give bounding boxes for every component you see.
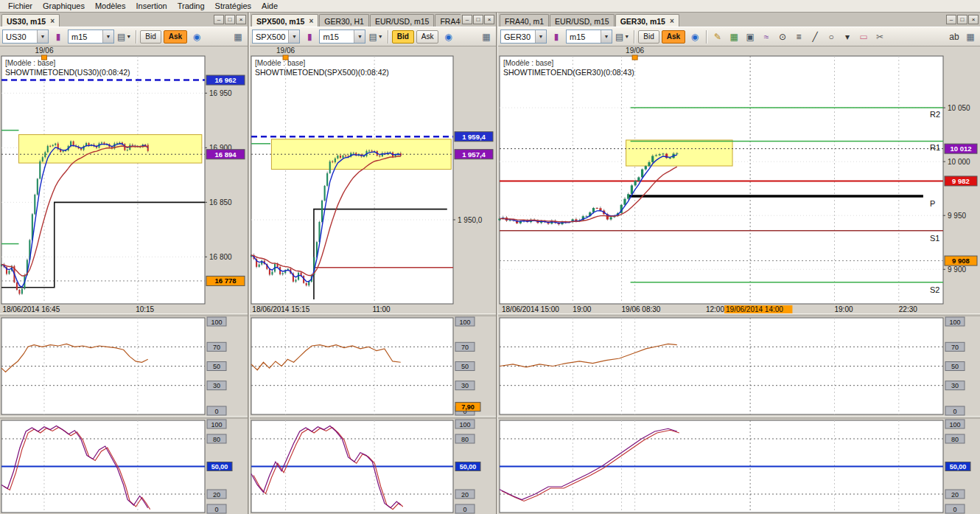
svg-text:16 950: 16 950 bbox=[209, 89, 232, 97]
price-chart-us30[interactable]: 19/06[Modèle : base]SHOWTIMETOEND(US30)(… bbox=[0, 46, 248, 313]
svg-text:10 050: 10 050 bbox=[948, 104, 970, 112]
chevron-down-icon[interactable]: ▼ bbox=[102, 30, 113, 43]
ask-button[interactable]: Ask bbox=[416, 30, 439, 44]
chevron-down-icon[interactable]: ▼ bbox=[601, 30, 612, 43]
image-icon[interactable]: ▦ bbox=[727, 29, 741, 44]
chart-window-icon[interactable]: ▣ bbox=[743, 29, 757, 44]
dropdown-icon[interactable]: ▾ bbox=[840, 29, 855, 44]
svg-text:19:00: 19:00 bbox=[835, 305, 853, 313]
chart-type-icon[interactable]: ▤▼ bbox=[368, 29, 383, 44]
indicator2-us30[interactable]: 1008020050,00 bbox=[0, 419, 248, 514]
tab-label: FRA40, m1 bbox=[505, 17, 544, 26]
pencil-icon[interactable]: ✎ bbox=[710, 29, 725, 44]
instrument-select[interactable]: GER30 ▼ bbox=[500, 29, 547, 44]
svg-text:0: 0 bbox=[953, 408, 956, 415]
restore-button[interactable]: □ bbox=[957, 15, 967, 24]
bid-button[interactable]: Bid bbox=[140, 30, 161, 44]
chevron-down-icon[interactable]: ▼ bbox=[37, 30, 48, 43]
instrument-select[interactable]: SPX500 ▼ bbox=[252, 29, 300, 44]
candle-style-icon[interactable]: ▮ bbox=[302, 29, 317, 44]
zoom-icon[interactable]: ⊙ bbox=[775, 29, 790, 44]
globe-icon[interactable]: ◉ bbox=[189, 29, 204, 44]
menu-insertion[interactable]: Insertion bbox=[130, 1, 172, 11]
ask-button[interactable]: Ask bbox=[164, 30, 187, 44]
menu-aide[interactable]: Aide bbox=[256, 1, 283, 11]
restore-button[interactable]: □ bbox=[225, 15, 235, 24]
tab-ger30-h1[interactable]: GER30, H1 bbox=[319, 14, 369, 27]
candle-style-icon[interactable]: ▮ bbox=[51, 29, 66, 44]
indicator-icon[interactable]: ≈ bbox=[759, 29, 774, 44]
tab-fra40-[interactable]: FRA40, bbox=[435, 14, 461, 27]
candle-style-icon[interactable]: ▮ bbox=[549, 29, 564, 44]
svg-text:70: 70 bbox=[461, 344, 469, 351]
menu-fichier[interactable]: Fichier bbox=[3, 1, 38, 11]
indicator1-spx500[interactable]: 10070503007,90 bbox=[250, 316, 496, 416]
menu-stratgies[interactable]: Stratégies bbox=[210, 1, 257, 11]
tab-close-icon[interactable]: × bbox=[50, 17, 55, 25]
instrument-select[interactable]: US30 ▼ bbox=[2, 29, 49, 44]
indicator1-ger30[interactable]: 1007050300 bbox=[498, 316, 980, 416]
timeframe-value: m15 bbox=[320, 32, 354, 41]
chart-type-icon[interactable]: ▤▼ bbox=[615, 29, 630, 44]
svg-text:9 900: 9 900 bbox=[948, 265, 966, 274]
indicator2-spx500[interactable]: 1008020050,00 bbox=[250, 419, 496, 514]
tab-eur-usd-m15[interactable]: EUR/USD, m15 bbox=[550, 14, 615, 27]
indicator1-us30[interactable]: 1007050300 bbox=[0, 316, 248, 416]
timeframe-select[interactable]: m15 ▼ bbox=[68, 29, 114, 44]
menu-modles[interactable]: Modèles bbox=[90, 1, 131, 11]
minimize-button[interactable]: – bbox=[462, 15, 472, 24]
tab-close-icon[interactable]: × bbox=[670, 17, 674, 25]
instrument-value: GER30 bbox=[501, 32, 535, 41]
timeframe-value: m15 bbox=[69, 32, 102, 41]
chart-type-icon[interactable]: ▤▼ bbox=[116, 29, 132, 44]
restore-button[interactable]: □ bbox=[473, 15, 483, 24]
price-chart-ger30[interactable]: R2R1PS1S219/06[Modèle : base]SHOWTIMETOE… bbox=[498, 46, 980, 313]
svg-text:10 012: 10 012 bbox=[950, 145, 971, 153]
tab-ger30-m15[interactable]: GER30, m15× bbox=[615, 14, 679, 27]
svg-text:0: 0 bbox=[214, 506, 218, 513]
svg-text:50,00: 50,00 bbox=[950, 463, 967, 470]
close-button[interactable]: × bbox=[484, 15, 494, 24]
bid-button[interactable]: Bid bbox=[392, 30, 414, 44]
list-icon[interactable]: ≡ bbox=[791, 29, 806, 44]
timeframe-value: m15 bbox=[567, 32, 601, 41]
svg-text:9 982: 9 982 bbox=[952, 177, 970, 185]
grid-icon[interactable]: ▦ bbox=[479, 29, 494, 44]
grid-icon[interactable]: ▦ bbox=[963, 29, 978, 44]
eraser-icon[interactable]: ▭ bbox=[856, 29, 871, 44]
tab-eur-usd-m15[interactable]: EUR/USD, m15 bbox=[370, 14, 435, 27]
abc-icon[interactable]: ab bbox=[947, 29, 962, 44]
svg-text:11:00: 11:00 bbox=[372, 305, 391, 313]
minimize-button[interactable]: – bbox=[214, 15, 224, 24]
timeframe-select[interactable]: m15 ▼ bbox=[319, 29, 365, 44]
globe-icon[interactable]: ◉ bbox=[441, 29, 455, 44]
trendline-icon[interactable]: ╱ bbox=[808, 29, 822, 44]
svg-text:SHOWTIMETOEND(GER30)(0:08:43): SHOWTIMETOEND(GER30)(0:08:43) bbox=[503, 68, 634, 77]
chevron-down-icon[interactable]: ▼ bbox=[288, 30, 299, 43]
menu-trading[interactable]: Trading bbox=[172, 1, 210, 11]
minimize-button[interactable]: – bbox=[946, 15, 956, 24]
chevron-down-icon[interactable]: ▼ bbox=[354, 30, 365, 43]
tab-fra40-m1[interactable]: FRA40, m1 bbox=[500, 14, 549, 27]
svg-text:9 950: 9 950 bbox=[948, 212, 966, 220]
grid-icon[interactable]: ▦ bbox=[231, 29, 245, 44]
svg-text:100: 100 bbox=[211, 421, 222, 428]
chevron-down-icon[interactable]: ▼ bbox=[535, 30, 546, 43]
ask-button[interactable]: Ask bbox=[662, 30, 685, 44]
tab-us30-m15[interactable]: US30, m15× bbox=[1, 14, 60, 27]
tab-spx500-m15[interactable]: SPX500, m15× bbox=[251, 14, 318, 27]
close-button[interactable]: × bbox=[968, 15, 979, 24]
price-chart-spx500[interactable]: 19/06[Modèle : base]SHOWTIMETOEND(SPX500… bbox=[250, 46, 496, 313]
svg-text:9 908: 9 908 bbox=[952, 257, 970, 265]
tab-close-icon[interactable]: × bbox=[309, 17, 313, 25]
close-button[interactable]: × bbox=[236, 15, 246, 24]
tab-label: GER30, H1 bbox=[324, 17, 364, 26]
indicator2-ger30[interactable]: 1008020050,00 bbox=[498, 419, 980, 514]
timeframe-select[interactable]: m15 ▼ bbox=[566, 29, 612, 44]
globe-icon[interactable]: ◉ bbox=[687, 29, 702, 44]
bid-button[interactable]: Bid bbox=[638, 30, 659, 44]
circle-icon[interactable]: ○ bbox=[824, 29, 839, 44]
svg-text:R1: R1 bbox=[930, 143, 940, 152]
menu-graphiques[interactable]: Graphiques bbox=[38, 1, 90, 11]
magnet-icon[interactable]: ✂ bbox=[872, 29, 887, 44]
